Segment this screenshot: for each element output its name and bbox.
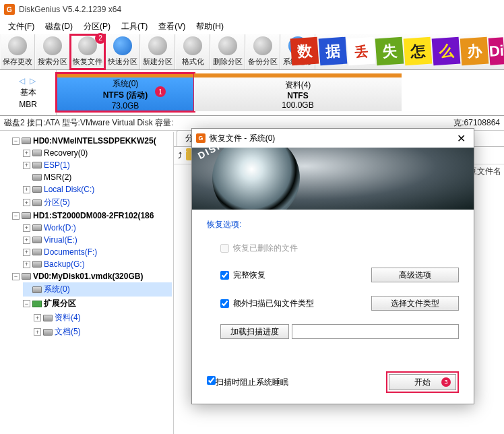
up-icon[interactable]: ⤴	[178, 151, 182, 160]
recover-files-button[interactable]: 恢复文件2	[70, 34, 105, 69]
partition-data[interactable]: 资料(4) NTFS 100.0GB	[194, 73, 402, 111]
search-partition-button[interactable]: 搜索分区	[35, 34, 70, 69]
menu-bar: 文件(F) 磁盘(D) 分区(P) 工具(T) 查看(V) 帮助(H)	[0, 19, 504, 34]
menu-tools[interactable]: 工具(T)	[117, 20, 152, 34]
start-button-highlight: 开始 3	[386, 371, 459, 393]
promo-banner[interactable]: 数 据 丢 失 怎 么 办 Di	[291, 35, 504, 67]
menu-help[interactable]: 帮助(H)	[192, 20, 228, 34]
nav-arrows[interactable]: ◁ ▷	[19, 76, 37, 86]
toolbar: 保存更改 搜索分区 恢复文件2 快速分区 新建分区 格式化 删除分区 备份分区 …	[0, 34, 504, 70]
tree-item-extended[interactable]: −扩展分区	[23, 297, 172, 311]
disk-icon	[22, 137, 31, 144]
dialog-title-bar[interactable]: G 恢复文件 - 系统(0) ✕	[192, 129, 474, 148]
tree-item[interactable]: +ESP(1)	[23, 159, 172, 171]
badge-2: 2	[95, 33, 106, 44]
menu-disk[interactable]: 磁盘(D)	[41, 20, 77, 34]
recover-deleted-checkbox: 恢复已删除的文件	[220, 243, 298, 254]
select-file-types-button[interactable]: 选择文件类型	[371, 296, 459, 311]
quick-partition-button[interactable]: 快速分区	[105, 34, 140, 69]
tree-item-selected[interactable]: 系统(0)	[23, 282, 172, 297]
dialog-banner: DISKGENIUS	[192, 148, 474, 210]
delete-partition-button[interactable]: 删除分区	[210, 34, 245, 69]
format-button[interactable]: 格式化	[175, 34, 210, 69]
recover-files-dialog: G 恢复文件 - 系统(0) ✕ DISKGENIUS 恢复选项: 恢复已删除的…	[191, 128, 474, 404]
tree-item[interactable]: MSR(2)	[23, 171, 172, 183]
tree-item[interactable]: +Work(D:)	[23, 222, 172, 234]
tree-disk-vd0[interactable]: −VD0:MyDisk01.vmdk(320GB)	[12, 270, 172, 282]
app-icon: G	[196, 133, 206, 143]
partition-system[interactable]: 系统(0) NTFS (活动) 73.0GB 1	[57, 73, 194, 111]
dialog-title: 恢复文件 - 系统(0)	[210, 133, 275, 144]
advanced-options-button[interactable]: 高级选项	[371, 268, 459, 282]
menu-file[interactable]: 文件(F)	[4, 20, 38, 34]
recovery-options-label: 恢复选项:	[207, 219, 459, 230]
close-icon[interactable]: ✕	[453, 132, 470, 145]
tree-disk-hd1[interactable]: −HD1:ST2000DM008-2FR102(186	[12, 210, 172, 222]
app-title: DiskGenius V5.4.2.1239 x64	[19, 5, 121, 14]
full-recovery-checkbox[interactable]: 完整恢复	[220, 270, 265, 281]
save-changes-button[interactable]: 保存更改	[0, 34, 35, 69]
partition-nav: ◁ ▷ 基本 MBR	[0, 70, 57, 115]
backup-partition-button[interactable]: 备份分区	[245, 34, 280, 69]
extra-scan-checkbox[interactable]: 额外扫描已知文件类型	[220, 298, 314, 309]
tree-disk-hd0[interactable]: −HD0:NVMeINTELSSDPEKKW25(	[12, 135, 172, 147]
partition-bar: ◁ ▷ 基本 MBR 系统(0) NTFS (活动) 73.0GB 1 资料(4…	[0, 70, 504, 116]
tree-item[interactable]: +Local Disk(C:)	[23, 183, 172, 195]
disk-tree[interactable]: −HD0:NVMeINTELSSDPEKKW25( +Recovery(0) +…	[0, 132, 174, 434]
title-bar: G DiskGenius V5.4.2.1239 x64	[0, 0, 504, 19]
prevent-sleep-checkbox[interactable]: 扫描时阻止系统睡眠	[207, 376, 288, 388]
badge-3: 3	[441, 377, 451, 387]
new-partition-button[interactable]: 新建分区	[140, 34, 175, 69]
menu-partition[interactable]: 分区(P)	[80, 20, 115, 34]
app-icon: G	[4, 4, 15, 15]
tree-item[interactable]: +Recovery(0)	[23, 147, 172, 159]
tree-item[interactable]: +Documents(F:)	[23, 246, 172, 258]
load-scan-progress-button[interactable]: 加载扫描进度	[220, 324, 289, 339]
scan-progress-input[interactable]	[292, 324, 459, 339]
menu-view[interactable]: 查看(V)	[154, 20, 189, 34]
badge-1: 1	[155, 86, 166, 97]
tree-item[interactable]: +资料(4)	[34, 311, 172, 325]
tree-item[interactable]: +Virual(E:)	[23, 234, 172, 246]
tree-item[interactable]: +文档(5)	[34, 325, 172, 339]
tree-item[interactable]: +Backup(G:)	[23, 258, 172, 270]
tree-item[interactable]: +分区(5)	[23, 195, 172, 210]
